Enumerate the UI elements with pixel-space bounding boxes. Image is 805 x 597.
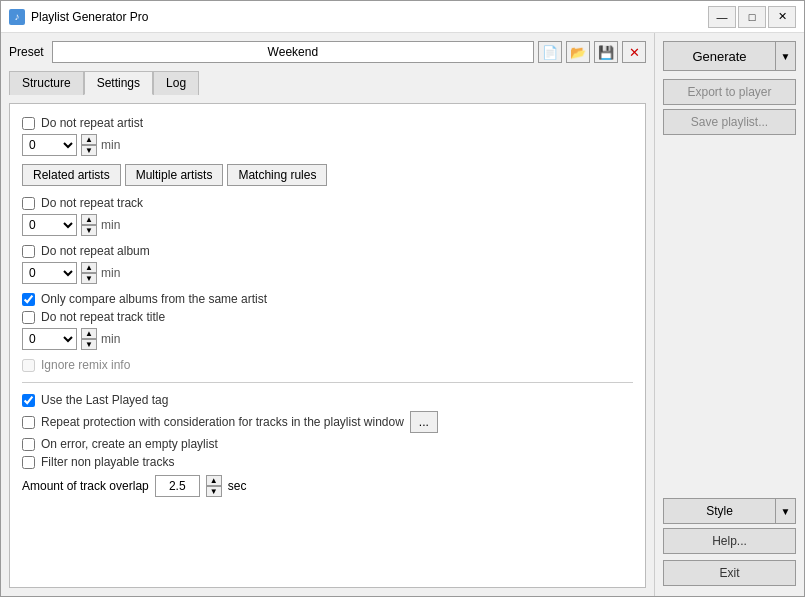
overlap-row: Amount of track overlap ▲ ▼ sec xyxy=(22,475,633,497)
multiple-artists-button[interactable]: Multiple artists xyxy=(125,164,224,186)
title-spin-down[interactable]: ▼ xyxy=(81,339,97,350)
do-not-repeat-title-label: Do not repeat track title xyxy=(41,310,165,324)
on-error-checkbox[interactable] xyxy=(22,438,35,451)
repeat-protection-row: Repeat protection with consideration for… xyxy=(22,411,633,433)
track-min-label: min xyxy=(101,218,120,232)
app-title: Playlist Generator Pro xyxy=(31,10,708,24)
ignore-remix-label: Ignore remix info xyxy=(41,358,130,372)
title-spin-up[interactable]: ▲ xyxy=(81,328,97,339)
minimize-button[interactable]: — xyxy=(708,6,736,28)
do-not-repeat-artist-checkbox[interactable] xyxy=(22,117,35,130)
do-not-repeat-track-label: Do not repeat track xyxy=(41,196,143,210)
style-button[interactable]: Style xyxy=(663,498,776,524)
tab-settings[interactable]: Settings xyxy=(84,71,153,95)
right-panel: Generate ▼ Export to player Save playlis… xyxy=(654,33,804,596)
related-artists-button[interactable]: Related artists xyxy=(22,164,121,186)
preset-delete-button[interactable]: ✕ xyxy=(622,41,646,63)
artist-spin-buttons: ▲ ▼ xyxy=(81,134,97,156)
preset-label: Preset xyxy=(9,45,44,59)
filter-non-playable-label: Filter non playable tracks xyxy=(41,455,174,469)
preset-open-button[interactable]: 📂 xyxy=(566,41,590,63)
export-to-player-button[interactable]: Export to player xyxy=(663,79,796,105)
artist-buttons-row: Related artists Multiple artists Matchin… xyxy=(22,164,633,186)
preset-save-button[interactable]: 💾 xyxy=(594,41,618,63)
repeat-protection-button[interactable]: ... xyxy=(410,411,438,433)
artist-min-select[interactable]: 0 xyxy=(22,134,77,156)
on-error-label: On error, create an empty playlist xyxy=(41,437,218,451)
tab-structure[interactable]: Structure xyxy=(9,71,84,95)
track-min-select[interactable]: 0 xyxy=(22,214,77,236)
generate-button[interactable]: Generate xyxy=(663,41,776,71)
title-spin-row: 0 ▲ ▼ min xyxy=(22,328,633,350)
settings-panel: Do not repeat artist 0 ▲ ▼ min Related a… xyxy=(9,103,646,588)
on-error-row: On error, create an empty playlist xyxy=(22,437,633,451)
track-spin-row: 0 ▲ ▼ min xyxy=(22,214,633,236)
use-last-played-label: Use the Last Played tag xyxy=(41,393,168,407)
matching-rules-button[interactable]: Matching rules xyxy=(227,164,327,186)
title-min-select[interactable]: 0 xyxy=(22,328,77,350)
do-not-repeat-track-row: Do not repeat track xyxy=(22,196,633,210)
album-spin-down[interactable]: ▼ xyxy=(81,273,97,284)
main-panel: Preset 📄 📂 💾 ✕ Structure Settings Log Do… xyxy=(1,33,654,596)
ignore-remix-checkbox[interactable] xyxy=(22,359,35,372)
close-button[interactable]: ✕ xyxy=(768,6,796,28)
overlap-spin-up[interactable]: ▲ xyxy=(206,475,222,486)
track-spin-down[interactable]: ▼ xyxy=(81,225,97,236)
content-area: Preset 📄 📂 💾 ✕ Structure Settings Log Do… xyxy=(1,33,804,596)
style-row: Style ▼ xyxy=(663,498,796,524)
exit-button[interactable]: Exit xyxy=(663,560,796,586)
artist-spin-up[interactable]: ▲ xyxy=(81,134,97,145)
overlap-spin-down[interactable]: ▼ xyxy=(206,486,222,497)
do-not-repeat-track-checkbox[interactable] xyxy=(22,197,35,210)
right-spacer xyxy=(663,139,796,494)
use-last-played-checkbox[interactable] xyxy=(22,394,35,407)
artist-spin-down[interactable]: ▼ xyxy=(81,145,97,156)
only-compare-albums-label: Only compare albums from the same artist xyxy=(41,292,267,306)
tab-log[interactable]: Log xyxy=(153,71,199,95)
artist-min-label: min xyxy=(101,138,120,152)
preset-row: Preset 📄 📂 💾 ✕ xyxy=(9,41,646,63)
track-spin-buttons: ▲ ▼ xyxy=(81,214,97,236)
help-button[interactable]: Help... xyxy=(663,528,796,554)
style-dropdown[interactable]: ▼ xyxy=(776,498,796,524)
do-not-repeat-album-checkbox[interactable] xyxy=(22,245,35,258)
only-compare-albums-row: Only compare albums from the same artist xyxy=(22,292,633,306)
generate-row: Generate ▼ xyxy=(663,41,796,71)
artist-spin-row: 0 ▲ ▼ min xyxy=(22,134,633,156)
album-min-label: min xyxy=(101,266,120,280)
section-divider-1 xyxy=(22,382,633,383)
album-spin-up[interactable]: ▲ xyxy=(81,262,97,273)
preset-new-button[interactable]: 📄 xyxy=(538,41,562,63)
track-spin-up[interactable]: ▲ xyxy=(81,214,97,225)
title-min-label: min xyxy=(101,332,120,346)
maximize-button[interactable]: □ xyxy=(738,6,766,28)
only-compare-albums-checkbox[interactable] xyxy=(22,293,35,306)
overlap-unit: sec xyxy=(228,479,247,493)
do-not-repeat-title-row: Do not repeat track title xyxy=(22,310,633,324)
do-not-repeat-artist-label: Do not repeat artist xyxy=(41,116,143,130)
album-spin-buttons: ▲ ▼ xyxy=(81,262,97,284)
overlap-input[interactable] xyxy=(155,475,200,497)
app-icon: ♪ xyxy=(9,9,25,25)
title-bar: ♪ Playlist Generator Pro — □ ✕ xyxy=(1,1,804,33)
save-playlist-button[interactable]: Save playlist... xyxy=(663,109,796,135)
overlap-label: Amount of track overlap xyxy=(22,479,149,493)
preset-input[interactable] xyxy=(52,41,534,63)
repeat-protection-label: Repeat protection with consideration for… xyxy=(41,415,404,429)
album-spin-row: 0 ▲ ▼ min xyxy=(22,262,633,284)
main-window: ♪ Playlist Generator Pro — □ ✕ Preset 📄 … xyxy=(0,0,805,597)
ignore-remix-row: Ignore remix info xyxy=(22,358,633,372)
window-controls: — □ ✕ xyxy=(708,6,796,28)
filter-non-playable-row: Filter non playable tracks xyxy=(22,455,633,469)
tab-bar: Structure Settings Log xyxy=(9,71,646,95)
repeat-protection-checkbox[interactable] xyxy=(22,416,35,429)
do-not-repeat-title-checkbox[interactable] xyxy=(22,311,35,324)
use-last-played-row: Use the Last Played tag xyxy=(22,393,633,407)
do-not-repeat-album-row: Do not repeat album xyxy=(22,244,633,258)
generate-dropdown[interactable]: ▼ xyxy=(776,41,796,71)
do-not-repeat-album-label: Do not repeat album xyxy=(41,244,150,258)
do-not-repeat-artist-row: Do not repeat artist xyxy=(22,116,633,130)
album-min-select[interactable]: 0 xyxy=(22,262,77,284)
overlap-spin-buttons: ▲ ▼ xyxy=(206,475,222,497)
filter-non-playable-checkbox[interactable] xyxy=(22,456,35,469)
